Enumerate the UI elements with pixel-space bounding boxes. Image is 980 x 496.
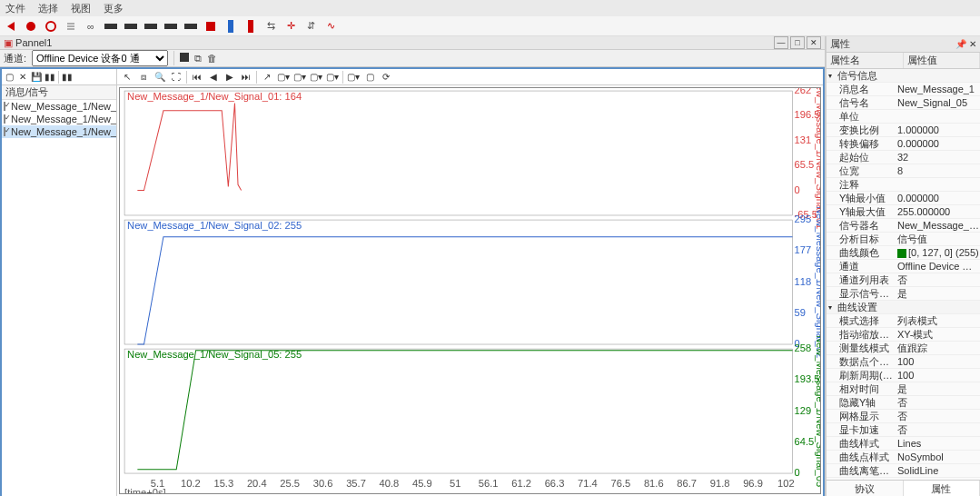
link-icon[interactable]: ∞ — [84, 19, 98, 34]
prop-value[interactable]: 否 — [894, 410, 980, 423]
prop-row[interactable]: 转换偏移0.000000 — [827, 137, 980, 151]
prop-value[interactable]: Lines — [894, 438, 980, 449]
prop-value[interactable]: 1.000000 — [894, 124, 980, 135]
prop-row[interactable]: 单位 — [827, 110, 980, 124]
prop-row[interactable]: 曲线颜色[0, 127, 0] (255) — [827, 246, 980, 260]
tool3-icon[interactable]: ▢▾ — [293, 72, 306, 82]
prop-row[interactable]: 注释 — [827, 178, 980, 192]
prop-value[interactable]: 是 — [894, 382, 980, 396]
prop-row[interactable]: 信号名New_Signal_05 — [827, 96, 980, 110]
prop-value[interactable]: 列表模式 — [894, 314, 980, 328]
sliders-icon[interactable]: ∿ — [323, 19, 338, 34]
prop-value[interactable]: Offline Device 设备0 ... — [894, 260, 980, 273]
prop-value[interactable]: 8 — [894, 165, 980, 176]
tool1-icon[interactable]: ↗ — [261, 72, 273, 82]
port1-icon[interactable] — [104, 19, 118, 34]
play-back-icon[interactable] — [4, 19, 18, 34]
prop-value[interactable]: 否 — [894, 423, 980, 437]
tool7-icon[interactable]: ▢ — [363, 72, 376, 82]
prop-row[interactable]: 测量线模式值跟踪 — [827, 342, 980, 355]
prev-icon[interactable]: ◀ — [207, 72, 220, 82]
sig-pause-icon[interactable]: ▮▮ — [45, 72, 55, 82]
prop-row[interactable]: 显示信号描述述是 — [827, 287, 980, 301]
prop-row[interactable]: 曲线点样式NoSymbol — [827, 451, 980, 464]
prop-row[interactable]: 起始位32 — [827, 151, 980, 164]
prop-row[interactable]: 隐藏Y轴否 — [827, 396, 980, 410]
cursor-cross-icon[interactable]: ✛ — [283, 19, 298, 34]
prop-value[interactable]: 信号值 — [894, 233, 980, 246]
minimize-button[interactable]: — — [774, 36, 788, 49]
prop-value[interactable]: 0.000000 — [894, 193, 980, 203]
prop-value[interactable]: 100 — [894, 370, 980, 381]
copy-icon[interactable]: ⧉ — [194, 53, 202, 64]
signal-checkbox[interactable] — [4, 114, 5, 124]
prop-value[interactable]: NoSymbol — [894, 451, 980, 462]
stop-black-icon[interactable] — [180, 53, 189, 64]
zoom-in-icon[interactable]: 🔍 — [153, 72, 166, 82]
prop-row[interactable]: Y轴最大值255.000000 — [827, 205, 980, 219]
prop-row[interactable]: 曲线离笔样式SolidLine — [827, 464, 980, 478]
zoom-fit-icon[interactable]: ⛶ — [170, 72, 183, 82]
prop-row[interactable]: 相对时间是 — [827, 382, 980, 396]
prop-value[interactable]: 255.000000 — [894, 206, 980, 217]
prop-row[interactable]: 曲线样式Lines — [827, 437, 980, 451]
signal-checkbox[interactable] — [4, 127, 5, 136]
rec-settings-icon[interactable] — [64, 19, 78, 34]
next-icon[interactable]: ⏭ — [240, 72, 252, 82]
prop-value[interactable]: New_Message_1/Ne... — [894, 220, 980, 231]
stop-icon[interactable] — [203, 19, 218, 34]
prop-row[interactable]: Y轴最小值0.000000 — [827, 192, 980, 205]
first-icon[interactable]: ⏮ — [191, 72, 203, 82]
prop-row[interactable]: 指动缩放模式XY-模式 — [827, 328, 980, 342]
prop-value[interactable]: 否 — [894, 396, 980, 410]
close-button[interactable]: ✕ — [807, 36, 821, 49]
footer-tab-props[interactable]: 属性 — [904, 481, 981, 496]
port5-icon[interactable] — [183, 19, 198, 34]
menu-file[interactable]: 文件 — [5, 2, 25, 15]
prop-value[interactable]: XY-模式 — [894, 328, 980, 342]
prop-category[interactable]: 曲线设置 — [827, 301, 980, 314]
prop-row[interactable]: 数据点个数(k)100 — [827, 355, 980, 369]
signal-checkbox[interactable] — [4, 102, 5, 111]
play-icon[interactable]: ▶ — [223, 72, 236, 82]
zoom-box-icon[interactable]: ⧈ — [137, 72, 150, 83]
signal-row[interactable]: New_Message_1/New_Signal_... — [2, 125, 116, 138]
tool5-icon[interactable]: ▢▾ — [326, 72, 339, 82]
sig-del-icon[interactable]: ✕ — [17, 72, 28, 82]
prop-value[interactable]: 否 — [894, 273, 980, 287]
menu-view[interactable]: 视图 — [71, 2, 91, 15]
prop-value[interactable]: 值跟踪 — [894, 342, 980, 355]
prop-value[interactable]: SolidLine — [894, 465, 980, 476]
prop-value[interactable]: New_Message_1 — [894, 84, 980, 94]
port4-icon[interactable] — [163, 19, 178, 34]
prop-row[interactable]: 信号器名New_Message_1/Ne... — [827, 219, 980, 233]
tool2-icon[interactable]: ▢▾ — [277, 72, 290, 82]
tool4-icon[interactable]: ▢▾ — [310, 72, 322, 82]
plot-area[interactable]: New_Message_1/New_Signal_01: 164262196.5… — [119, 87, 821, 494]
tool6-icon[interactable]: ▢▾ — [347, 72, 360, 82]
signal-row[interactable]: New_Message_1/New_Signal_01 — [2, 100, 116, 113]
prop-value[interactable]: 是 — [894, 287, 980, 301]
cursor-icon[interactable]: ↖ — [121, 72, 134, 82]
prop-row[interactable]: 显卡加速否 — [827, 423, 980, 437]
port2-icon[interactable] — [124, 19, 138, 34]
menu-select[interactable]: 选择 — [38, 2, 58, 15]
prop-value[interactable]: 32 — [894, 152, 980, 163]
prop-value[interactable]: [0, 127, 0] (255) — [894, 247, 980, 258]
props-pin-icon[interactable]: 📌 ✕ — [955, 39, 976, 49]
sig-add-icon[interactable]: ▢ — [4, 72, 15, 82]
marker-red-icon[interactable] — [243, 19, 258, 34]
prop-row[interactable]: 通道列用表否 — [827, 273, 980, 287]
measure2-icon[interactable]: ⇵ — [303, 19, 318, 34]
maximize-button[interactable]: □ — [790, 36, 805, 49]
sig-pause2-icon[interactable]: ▮▮ — [62, 72, 73, 82]
prop-value[interactable]: 0.000000 — [894, 138, 980, 149]
prop-row[interactable]: 网格显示否 — [827, 410, 980, 423]
clock-icon[interactable]: ⟳ — [380, 72, 392, 82]
source-select[interactable]: Offline Device 设备0 通 — [32, 50, 168, 66]
props-grid[interactable]: 信号信息消息名New_Message_1信号名New_Signal_05单位变换… — [827, 69, 980, 480]
signal-row[interactable]: New_Message_1/New_Signal_02 — [2, 113, 116, 125]
prop-row[interactable]: 消息名New_Message_1 — [827, 83, 980, 96]
menu-more[interactable]: 更多 — [104, 2, 124, 15]
marker-blue-icon[interactable] — [223, 19, 238, 34]
